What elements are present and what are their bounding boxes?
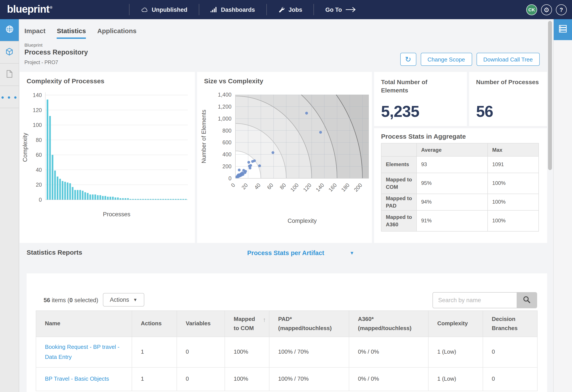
nav-item-dashboards[interactable]: Dashboards (199, 0, 266, 19)
process-link[interactable]: BP Travel - Basic Objects (45, 376, 109, 382)
cell-value: 100% / 70% (269, 367, 349, 391)
bar (79, 190, 81, 200)
app-logo[interactable]: blueprint® (7, 3, 52, 15)
table-row: BP Travel - Basic Objects10100%100% / 70… (36, 367, 537, 391)
tab-statistics[interactable]: Statistics (57, 27, 86, 39)
cube-icon (5, 47, 14, 58)
help-icon: ? (560, 6, 563, 13)
aggregate-row-label: Mapped to A360 (381, 210, 417, 231)
scatter-point (244, 170, 247, 173)
bar (72, 187, 73, 200)
sidebar-item-more[interactable]: ● ● ● (0, 86, 19, 108)
column-header-a360-[interactable]: A360*(mapped/touchless) (349, 311, 428, 337)
bar (84, 192, 86, 200)
column-header-name[interactable]: Name (36, 311, 132, 337)
aggregate-row: Mapped to COM95%100% (381, 173, 539, 194)
search-input[interactable] (433, 293, 517, 308)
help-button[interactable]: ? (556, 4, 567, 15)
arrow-right-icon (346, 7, 357, 12)
bar (67, 182, 68, 200)
sidebar-item-document[interactable] (0, 64, 19, 86)
cell-value: 0% / 0% (349, 367, 428, 391)
nav-item-unpublished[interactable]: Unpublished (129, 0, 199, 19)
column-header-label: PAD*(mapped/touchless) (278, 316, 332, 331)
settings-button[interactable]: ⚙ (541, 4, 552, 15)
bar (182, 199, 184, 200)
cell-value: 1 (Low) (428, 367, 483, 391)
aggregate-title: Process Stats in Aggregate (381, 132, 466, 140)
scatter-point (305, 112, 308, 115)
svg-text:20: 20 (36, 182, 42, 188)
refresh-button[interactable]: ↻ (400, 53, 416, 66)
actions-button[interactable]: Actions ▼ (103, 293, 144, 307)
bar (120, 198, 121, 200)
scatter-point (272, 151, 274, 154)
stat-label: Number of Processes (476, 78, 551, 86)
process-link[interactable]: Booking Request - BP travel - Data Entry (45, 344, 119, 360)
refresh-icon: ↻ (405, 55, 411, 64)
svg-text:Processes: Processes (103, 211, 130, 218)
scatter-point (253, 159, 256, 162)
bar (167, 199, 169, 200)
bar (64, 182, 66, 200)
scatter-point (238, 168, 241, 171)
vertical-scrollbar[interactable] (548, 21, 552, 170)
aggregate-row-label: Elements (381, 156, 417, 173)
bar (110, 197, 111, 200)
search-icon (523, 295, 531, 305)
aggregate-row-label: Mapped to PAD (381, 194, 417, 210)
column-header-variables[interactable]: Variables (177, 311, 225, 337)
wrench-icon (278, 6, 285, 13)
user-avatar[interactable]: CK (526, 4, 537, 15)
bar (104, 196, 106, 200)
bar (122, 198, 124, 200)
bar (132, 199, 134, 200)
svg-text:Number of Elements: Number of Elements (201, 110, 207, 163)
column-header-actions[interactable]: Actions (132, 311, 177, 337)
bar (173, 199, 174, 200)
svg-text:0: 0 (39, 197, 42, 203)
bar-chart-complexity: 020406080100120140ProcessesComplexity (21, 88, 191, 238)
column-header-complexity[interactable]: Complexity (428, 311, 483, 337)
tab-impact[interactable]: Impact (24, 27, 46, 39)
table-panel-button[interactable] (554, 19, 572, 40)
cell-value: 1 (Low) (428, 337, 483, 367)
aggregate-average-value: 91% (417, 210, 488, 231)
nav-item-label: Jobs (289, 6, 302, 13)
nav-item-jobs[interactable]: Jobs (267, 0, 314, 19)
svg-text:40: 40 (253, 182, 262, 191)
bar (62, 181, 64, 200)
report-type-selector[interactable]: Process Stats per Artifact ▼ (247, 249, 354, 256)
download-call-tree-button[interactable]: Download Call Tree (476, 53, 540, 66)
svg-text:140: 140 (33, 92, 42, 98)
nav-item-goto[interactable]: Go To (314, 0, 368, 19)
column-header-label: A360*(mapped/touchless) (358, 316, 412, 331)
svg-text:180: 180 (340, 182, 351, 193)
registered-mark: ® (50, 6, 52, 10)
svg-text:0: 0 (230, 182, 236, 188)
cell-value: 0 (483, 367, 537, 391)
actions-label: Actions (110, 296, 129, 303)
bar (114, 197, 116, 200)
bar (87, 193, 89, 200)
size-vs-complexity-card: Size vs Complexity 02004006008001,0001,2… (197, 72, 372, 243)
bar-chart-icon (211, 7, 218, 13)
aggregate-average-value: 93 (417, 156, 488, 173)
column-header-mapped-to-com[interactable]: Mapped to COM↑ (225, 311, 269, 337)
column-header-label: Decision Branches (492, 316, 518, 331)
search-button[interactable] (517, 293, 537, 308)
aggregate-table: AverageMaxElements931091Mapped to COM95%… (381, 143, 539, 231)
change-scope-button[interactable]: Change Scope (420, 53, 472, 66)
bar (107, 197, 109, 200)
caret-down-icon: ▼ (133, 297, 137, 302)
bar (57, 177, 58, 200)
tab-applications[interactable]: Applications (97, 27, 136, 39)
column-header-decision-branches[interactable]: Decision Branches (483, 311, 537, 337)
sidebar-item-globe[interactable] (0, 19, 19, 41)
svg-text:Complexity: Complexity (287, 218, 317, 224)
cell-value: 100% (225, 367, 269, 391)
svg-text:80: 80 (278, 182, 287, 191)
sidebar-item-cube[interactable] (0, 41, 19, 64)
bar (97, 195, 99, 200)
column-header-pad-[interactable]: PAD*(mapped/touchless) (269, 311, 349, 337)
